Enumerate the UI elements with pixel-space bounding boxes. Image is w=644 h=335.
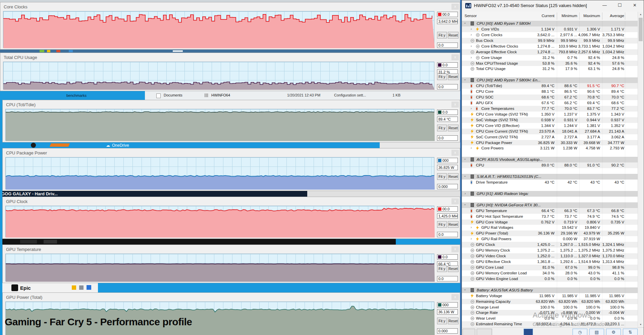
expand-icon[interactable]: › <box>471 27 472 31</box>
expand-icon[interactable]: › <box>471 106 472 110</box>
sensor-row[interactable]: Remaining Capacity63.820 Wh63.820 Wh63.8… <box>462 299 639 305</box>
sensor-row[interactable]: Charge Level100.0 %100.0 %100.0 %100.0 % <box>462 305 639 310</box>
background-explorer-strip[interactable]: benchmarks Documents HWiNFO64 1/20/2021 … <box>0 91 460 100</box>
minimize-button[interactable]: — <box>597 0 612 11</box>
scale-max-box[interactable]: 000 <box>437 158 458 163</box>
reset-clock-icon[interactable]: ◷ <box>573 329 587 335</box>
sensor-row[interactable]: ›Core VIDs1.134 V0.931 V1.306 V1.171 V <box>462 26 639 32</box>
sensor-row[interactable]: ›Core Usage31.2 %0.7 %92.4 %24.8 % <box>462 55 639 61</box>
sensor-row[interactable]: SoC Current (SVI2 TFN)2.727 A2.727 A3.17… <box>462 134 639 140</box>
sensor-row[interactable]: Drive Temperature43 °C42 °C43 °C43 °C <box>462 180 639 185</box>
expand-icon[interactable]: › <box>465 191 466 195</box>
scale-max-box[interactable]: 00.0 <box>437 206 458 212</box>
sensor-group-row[interactable]: ›ACPI: ASUS Vivobook_ASUSLaptop... <box>462 157 639 162</box>
scale-min-box[interactable]: 0.0 <box>437 135 458 141</box>
fit-y-button[interactable]: Fit y <box>437 318 447 324</box>
vertical-scrollbar[interactable]: ▲ ▼ <box>638 12 643 327</box>
toolbar-button[interactable] <box>477 329 492 335</box>
explorer-sidebar-item[interactable]: Documents <box>164 93 182 97</box>
scale-min-box[interactable]: 0.0 <box>437 232 458 237</box>
graph-window-2[interactable]: CPU (Tctl/Tdie)x0.089.4 °CFit yReset0.0 <box>2 100 460 142</box>
sensor-row[interactable]: SoC Voltage (SVI2 TFN)0.938 V0.931 V0.94… <box>462 117 639 123</box>
scrollbar-thumb[interactable] <box>639 18 643 41</box>
sensor-row[interactable]: CPU Core VID (Effective)1.344 V1.244 V1.… <box>462 123 639 129</box>
maximize-button[interactable]: ☐ <box>612 0 627 11</box>
scale-max-box[interactable]: 0.0 <box>437 254 458 260</box>
sensor-row[interactable]: Battery Voltage11.985 V11.985 V11.985 V1… <box>462 293 639 299</box>
scale-max-box[interactable]: 000 <box>437 302 458 308</box>
sensor-row[interactable]: GPU Hot Spot Temperature73.7 °C73.7 °C74… <box>462 214 639 219</box>
close-icon[interactable]: x <box>451 150 459 156</box>
sensor-row[interactable]: Wear Level0.0 %0.0 %0.0 %0.0 % <box>462 316 639 321</box>
sensor-row[interactable]: GPU Effective Clock1,361.8 ...1,292.6 ..… <box>462 259 639 265</box>
toolbar-button[interactable] <box>463 329 475 335</box>
sensor-row[interactable]: ›Core Temperatures77.7 °C70.0 °C83.7 °C7… <box>462 106 639 112</box>
sensor-row[interactable]: CPU Package Power36.825 W30.333 W39.668 … <box>462 140 639 146</box>
sensor-group-row[interactable]: ›CPU [#0]: AMD Ryzen 7 5800H: En... <box>462 77 639 83</box>
gog-window-label[interactable]: GOG GALAXY - Hard Driv... <box>1 191 58 196</box>
sensor-row[interactable]: CPU Core Current (SVI2 TFN)23.570 A18.04… <box>462 129 639 134</box>
scroll-up-icon[interactable]: ▲ <box>638 12 643 17</box>
close-icon[interactable]: x <box>451 54 459 60</box>
close-icon[interactable]: x <box>451 198 459 204</box>
sensor-group-row[interactable]: ›GPU [#0]: NVIDIA GeForce RTX 30... <box>462 202 639 208</box>
fit-y-button[interactable]: Fit y <box>437 265 447 272</box>
sensor-row[interactable]: GPU Video Engine Load0.0 %0.0 %0.0 %0.0 … <box>462 276 639 282</box>
graph-plot-area[interactable] <box>5 157 434 189</box>
sensor-row[interactable]: GPU Temperature66.4 °C66.3 °C67.3 °C66.8… <box>462 208 639 214</box>
fit-y-button[interactable]: Fit y <box>437 73 447 80</box>
scale-min-box[interactable]: 0.000 <box>437 328 458 334</box>
collapse-icon[interactable]: › <box>463 158 467 160</box>
settings-gear-icon[interactable]: ⚙ <box>606 329 621 335</box>
close-icon[interactable]: x <box>451 102 459 108</box>
close-icon[interactable]: x <box>451 246 459 252</box>
report-icon[interactable]: ▤ <box>589 329 604 335</box>
expand-icon[interactable]: › <box>471 55 472 59</box>
fit-y-button[interactable]: Fit y <box>437 221 447 228</box>
sort-arrows-icon[interactable]: ⇅ <box>623 329 638 335</box>
reset-button[interactable]: Reset <box>448 73 459 80</box>
scroll-down-icon[interactable]: ▼ <box>638 322 643 327</box>
fit-y-button[interactable]: Fit y <box>437 125 447 131</box>
close-button[interactable]: ✕ <box>627 0 642 11</box>
sensor-row[interactable]: GPU Power (Total)36.136 W29.166 W43.979 … <box>462 230 639 236</box>
collapse-icon[interactable]: › <box>463 22 467 24</box>
reset-button[interactable]: Reset <box>448 221 459 228</box>
sensor-row[interactable]: Average Effective Clock1,274.8 ...793.8 … <box>462 49 639 55</box>
reset-button[interactable]: Reset <box>448 318 459 324</box>
scale-max-box[interactable]: 00.0 <box>437 12 458 17</box>
sensor-row[interactable]: ›Core Clocks3,642.0 ...2,977.6 ...4,096.… <box>462 32 639 38</box>
fit-y-button[interactable]: Fit y <box>437 32 447 39</box>
scale-max-box[interactable]: 0.0 <box>437 110 458 115</box>
sensor-group-row[interactable]: ›CPU [#0]: AMD Ryzen 7 5800H <box>462 21 639 26</box>
graph-plot-area[interactable] <box>5 206 434 237</box>
sensor-group-row[interactable]: ›S.M.A.R.T.: HFM001TD3JX013N (C... <box>462 174 639 180</box>
graph-plot-area[interactable] <box>3 62 434 89</box>
sensor-row[interactable]: GPU Core Voltage0.762 V0.719 V0.806 V0.7… <box>462 219 639 225</box>
explorer-file-name[interactable]: HWiNFO64 <box>211 93 230 97</box>
close-icon[interactable]: x <box>451 4 459 10</box>
collapse-icon[interactable]: › <box>463 176 467 177</box>
close-icon[interactable]: x <box>451 294 459 300</box>
scale-min-box[interactable]: 0.0 <box>437 43 458 48</box>
hwinfo-titlebar[interactable]: HWiNFO32 v7.10-4540 Sensor Status [125 v… <box>462 0 644 12</box>
sensor-group-row[interactable]: ›Battery: ASUSTeK ASUS Battery <box>462 287 639 293</box>
graph-plot-area[interactable] <box>3 11 434 48</box>
expand-icon[interactable]: › <box>471 32 472 37</box>
sensor-row[interactable]: CPU89.0 °C88.0 °C91.0 °C90.2 °C <box>462 162 639 168</box>
graph-window-6[interactable]: GPU Power (Total)x00036.136 WFit yReset0… <box>2 292 460 335</box>
epic-label[interactable]: Epic <box>20 285 31 291</box>
graph-plot-area[interactable] <box>5 109 434 141</box>
sensor-row[interactable]: GPU Memory Clock1,375.2 ...1,375.2 ...1,… <box>462 248 639 253</box>
sensor-row[interactable]: APU GFX67.6 °C66.2 °C69.4 °C68.6 °C <box>462 100 639 106</box>
sensor-row[interactable]: GPU Core Load81.0 %67.0 %99.0 %98.8 % <box>462 265 639 270</box>
sensor-row[interactable]: GPU Clock1,425.0 ...1,267.0 ...1,515.0 M… <box>462 242 639 248</box>
expand-icon[interactable]: › <box>471 146 472 150</box>
scale-max-box[interactable]: 0.0 <box>437 62 458 68</box>
reset-button[interactable]: Reset <box>448 265 459 272</box>
collapse-icon[interactable]: › <box>463 79 467 80</box>
reset-button[interactable]: Reset <box>448 125 459 131</box>
collapse-icon[interactable]: › <box>463 204 467 205</box>
graph-plot-area[interactable] <box>5 254 434 281</box>
column-header-average[interactable]: Average <box>596 14 624 18</box>
